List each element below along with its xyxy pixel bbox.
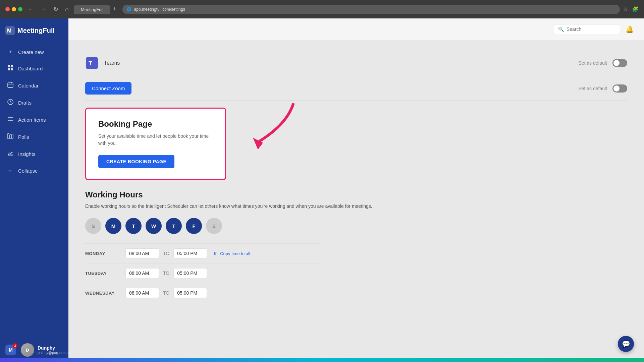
day-sunday[interactable]: S [85,218,101,234]
teams-name: Teams [104,60,578,66]
back-button[interactable]: ← [26,4,36,14]
working-hours-description: Enable working hours so the Intelligent … [85,203,387,210]
day-monday[interactable]: M [105,218,121,234]
teams-integration-row: T Teams Set as default [85,50,627,76]
svg-rect-19 [8,155,13,155]
dashboard-icon [7,65,14,72]
maximize-dot[interactable] [18,7,22,11]
main-content: 🔍 🔔 T Teams Set as default [68,18,644,362]
browser-tab-bar: MeetingFull + [74,4,119,14]
footer-gradient [0,358,644,362]
sidebar-item-insights[interactable]: Insights [0,145,68,163]
sidebar-item-action-items[interactable]: Action Items [0,111,68,128]
create-booking-page-button[interactable]: CREATE BOOKING PAGE [98,155,174,168]
search-icon: 🔍 [558,26,564,32]
browser-tab[interactable]: MeetingFull [74,5,110,14]
list-icon [7,116,14,124]
close-dot[interactable] [5,7,10,11]
booking-page-description: Set your available time and let people b… [98,133,213,147]
sidebar-item-polls[interactable]: Polls [0,128,68,145]
start-time[interactable]: 08:00 AM [125,268,159,278]
day-label: TUESDAY [85,271,125,276]
polls-icon [7,133,14,141]
zoom-default-label: Set as default [578,86,607,91]
svg-rect-6 [8,83,13,87]
end-time[interactable]: 05:00 PM [173,248,207,258]
sidebar-item-collapse[interactable]: ← Collapse [0,163,68,179]
sidebar-item-drafts[interactable]: Drafts [0,94,68,111]
day-label: MONDAY [85,251,125,256]
sidebar-item-create-new[interactable]: + Create new [0,44,68,60]
to-label: TO [163,270,169,276]
insights-icon [7,150,14,158]
forward-button[interactable]: → [39,4,49,14]
day-wednesday[interactable]: W [146,218,162,234]
chat-button[interactable]: 💬 [618,336,634,352]
day-tuesday[interactable]: T [125,218,142,234]
start-time[interactable]: 08:00 AM [125,288,159,298]
sidebar-user: M 2 D Dunphy phil...y@purpone.com [5,343,63,357]
svg-rect-17 [10,135,11,139]
copy-icon: 🗓 [214,251,218,256]
sidebar-item-label: Drafts [18,100,32,106]
teams-toggle[interactable] [612,59,627,67]
address-bar[interactable]: 🌐 app.meetingfull.com/settings [122,5,620,14]
booking-card-container: Booking Page Set your available time and… [85,108,226,180]
home-button[interactable]: ⌂ [63,4,71,14]
teams-default-label: Set as default [578,60,607,66]
refresh-button[interactable]: ↻ [51,4,60,14]
new-tab-button[interactable]: + [110,4,119,14]
sidebar-item-label: Dashboard [18,66,43,71]
sidebar-item-dashboard[interactable]: Dashboard [0,60,68,77]
copy-time-link[interactable]: 🗓 Copy time to all [214,251,250,256]
extension-icon[interactable]: 🧩 [632,6,639,12]
table-row: WEDNESDAY 08:00 AM TO 05:00 PM [85,283,320,303]
to-label: TO [163,290,169,296]
collapse-icon: ← [7,167,14,174]
badge-count: 2 [13,343,17,348]
svg-text:M: M [7,28,11,34]
sidebar-item-label: Create new [18,49,44,55]
browser-dots [5,7,22,11]
table-row: MONDAY 08:00 AM TO 05:00 PM 🗓 Copy time … [85,243,320,263]
app: M MeetingFull + Create new [0,18,644,362]
svg-rect-2 [8,65,10,67]
connect-zoom-button[interactable]: Connect Zoom [85,82,131,95]
plus-icon: + [7,49,14,55]
sidebar-item-label: Collapse [18,168,38,174]
zoom-toggle[interactable] [612,84,627,93]
address-text: app.meetingfull.com/settings [134,7,185,12]
booking-page-title: Booking Page [98,119,213,129]
end-time[interactable]: 05:00 PM [173,268,207,278]
sidebar-item-calendar[interactable]: Calendar [0,77,68,94]
content-area: T Teams Set as default Connect Zoom Set … [68,40,644,362]
sidebar-item-label: Action Items [18,117,46,123]
sidebar-logo: M MeetingFull [0,18,68,41]
day-friday[interactable]: F [186,218,202,234]
svg-text:T: T [89,60,92,67]
star-icon[interactable]: ☆ [623,6,628,12]
search-box[interactable]: 🔍 [553,24,620,34]
clock-icon [7,99,14,107]
start-time[interactable]: 08:00 AM [125,248,159,258]
table-row: TUESDAY 08:00 AM TO 05:00 PM [85,263,320,283]
logo-icon: M [5,26,15,35]
day-thursday[interactable]: T [166,218,182,234]
working-hours-section: Working Hours Enable working hours so th… [85,190,627,303]
day-saturday[interactable]: S [206,218,222,234]
search-input[interactable] [567,26,615,32]
working-hours-title: Working Hours [85,190,627,199]
minimize-dot[interactable] [12,7,16,11]
notification-button[interactable]: 🔔 [626,25,634,33]
sidebar-item-label: Insights [18,151,36,157]
svg-marker-22 [253,138,263,149]
svg-line-12 [10,102,11,103]
end-time[interactable]: 05:00 PM [173,288,207,298]
svg-rect-5 [11,68,13,70]
zoom-integration-row: Connect Zoom Set as default [85,76,627,101]
svg-rect-3 [11,65,13,67]
browser-chrome: ← → ↻ ⌂ MeetingFull + 🌐 app.meetingfull.… [0,0,644,18]
browser-nav: ← → ↻ ⌂ [26,4,71,14]
topbar: 🔍 🔔 [68,18,644,40]
calendar-icon [7,82,14,89]
